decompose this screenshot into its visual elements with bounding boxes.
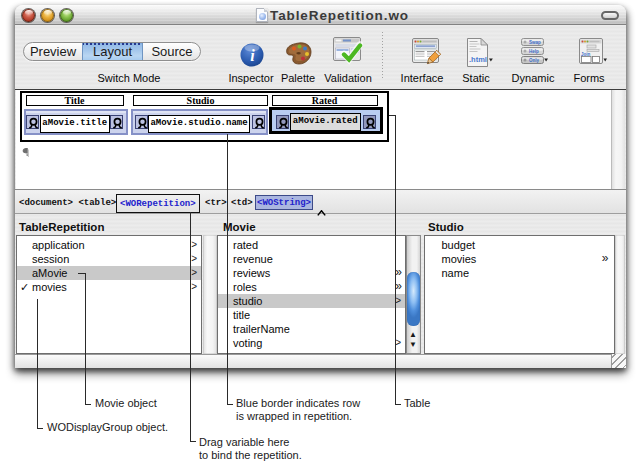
- svg-text:i: i: [250, 47, 255, 64]
- svg-text:Only: Only: [529, 58, 539, 63]
- svg-text:.html: .html: [469, 55, 487, 64]
- svg-text:Swap: Swap: [529, 40, 541, 45]
- svg-text:Join: Join: [581, 52, 591, 57]
- svg-text:Help: Help: [529, 49, 539, 54]
